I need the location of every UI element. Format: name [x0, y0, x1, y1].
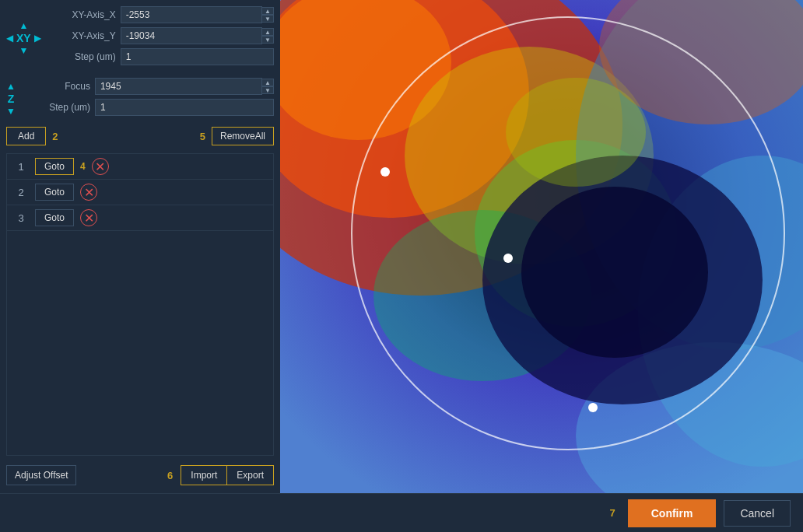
table-row: 2Goto✕ [7, 180, 273, 205]
badge-7: 7 [610, 507, 615, 519]
xy-axis-x-row: XY-Axis_X ▲ ▼ [46, 6, 274, 23]
badge-2: 2 [52, 131, 58, 142]
action-row: Add 2 5 RemoveAll [6, 124, 274, 149]
svg-point-12 [521, 187, 708, 358]
step-z-label: Step (um) [20, 102, 90, 113]
step-xy-row: Step (um) [46, 48, 274, 65]
xy-axis-x-input-group: ▲ ▼ [121, 6, 274, 23]
xy-up-arrow[interactable]: ▲ [19, 21, 28, 30]
focus-down[interactable]: ▼ [261, 86, 274, 94]
xy-axis-y-down[interactable]: ▼ [261, 36, 274, 44]
point-number: 1 [13, 161, 29, 173]
delete-point-button[interactable]: ✕ [80, 209, 97, 226]
z-label: Z [8, 93, 15, 105]
focus-up[interactable]: ▲ [261, 79, 274, 86]
visualization-canvas [280, 0, 803, 493]
step-xy-label: Step (um) [46, 51, 116, 62]
goto-button[interactable]: Goto [35, 184, 74, 201]
xy-axis-y-up[interactable]: ▲ [261, 28, 274, 36]
step-xy-input-group [121, 48, 274, 65]
xy-axis-y-input-group: ▲ ▼ [121, 27, 274, 44]
points-table: 1Goto4✕2Goto✕3Goto✕ [6, 153, 274, 456]
xy-label: XY [16, 32, 31, 44]
focus-row: Focus ▲ ▼ [20, 78, 274, 95]
right-panel [280, 0, 803, 493]
xy-axis-x-spinners: ▲ ▼ [261, 7, 274, 23]
xy-arrow-group: ▲ ◀ XY ▶ ▼ [6, 21, 41, 55]
z-up-arrow[interactable]: ▲ [6, 82, 16, 91]
goto-button[interactable]: Goto [35, 158, 74, 175]
import-export-group: Import Export [181, 465, 274, 485]
delete-point-button[interactable]: ✕ [80, 184, 97, 201]
controls-section: ▲ ◀ XY ▶ ▼ XY-Axis_X ▲ [6, 6, 274, 149]
adjust-offset-button[interactable]: Adjust Offset [6, 465, 76, 485]
svg-point-17 [503, 254, 513, 263]
z-section: ▲ Z ▼ Focus ▲ ▼ [6, 78, 274, 120]
bottom-bar: 7 Confirm Cancel [0, 493, 803, 532]
confirm-button[interactable]: Confirm [628, 499, 717, 527]
goto-button[interactable]: Goto [35, 209, 74, 226]
xy-down-arrow[interactable]: ▼ [19, 46, 28, 55]
step-z-input-group [95, 99, 274, 116]
bottom-row: Adjust Offset 6 Import Export [6, 460, 274, 487]
xy-right-arrow[interactable]: ▶ [34, 33, 41, 44]
badge-5: 5 [200, 131, 205, 142]
left-panel: ▲ ◀ XY ▶ ▼ XY-Axis_X ▲ [0, 0, 280, 493]
cancel-button[interactable]: Cancel [724, 500, 791, 527]
xy-axis-y-row: XY-Axis_Y ▲ ▼ [46, 27, 274, 44]
svg-point-18 [588, 403, 598, 412]
z-down-arrow[interactable]: ▼ [6, 107, 16, 116]
step-z-input[interactable] [95, 99, 274, 116]
table-row: 3Goto✕ [7, 205, 273, 231]
badge-6: 6 [167, 470, 173, 481]
point-number: 2 [13, 187, 29, 198]
svg-point-16 [380, 167, 390, 177]
step-xy-input[interactable] [121, 48, 274, 65]
focus-label: Focus [20, 81, 90, 92]
xy-left-arrow[interactable]: ◀ [6, 33, 13, 44]
import-button[interactable]: Import [181, 466, 227, 485]
row-badge: 4 [80, 161, 86, 172]
focus-input-group: ▲ ▼ [95, 78, 274, 95]
focus-input[interactable] [95, 78, 262, 95]
xy-axis-y-input[interactable] [121, 27, 262, 44]
xy-axis-x-label: XY-Axis_X [46, 9, 116, 20]
delete-point-button[interactable]: ✕ [92, 158, 109, 175]
remove-all-button[interactable]: RemoveAll [212, 127, 274, 145]
add-button[interactable]: Add [6, 127, 46, 145]
z-arrow-group: ▲ Z ▼ [6, 82, 16, 116]
table-row: 1Goto4✕ [7, 154, 273, 180]
xy-axis-y-spinners: ▲ ▼ [261, 28, 274, 44]
focus-spinners: ▲ ▼ [261, 79, 274, 94]
xy-axis-x-input[interactable] [121, 6, 262, 23]
xy-axis-y-label: XY-Axis_Y [46, 30, 116, 41]
export-button[interactable]: Export [227, 466, 273, 485]
xy-axis-x-up[interactable]: ▲ [261, 7, 274, 15]
step-z-row: Step (um) [20, 99, 274, 116]
point-number: 3 [13, 212, 29, 224]
xy-form-rows: XY-Axis_X ▲ ▼ XY-Axis_Y [46, 6, 274, 69]
z-form-rows: Focus ▲ ▼ Step (um) [20, 78, 274, 120]
xy-axis-x-down[interactable]: ▼ [261, 15, 274, 23]
svg-point-14 [506, 78, 646, 187]
xy-controls: ▲ ◀ XY ▶ ▼ XY-Axis_X ▲ [6, 6, 274, 69]
